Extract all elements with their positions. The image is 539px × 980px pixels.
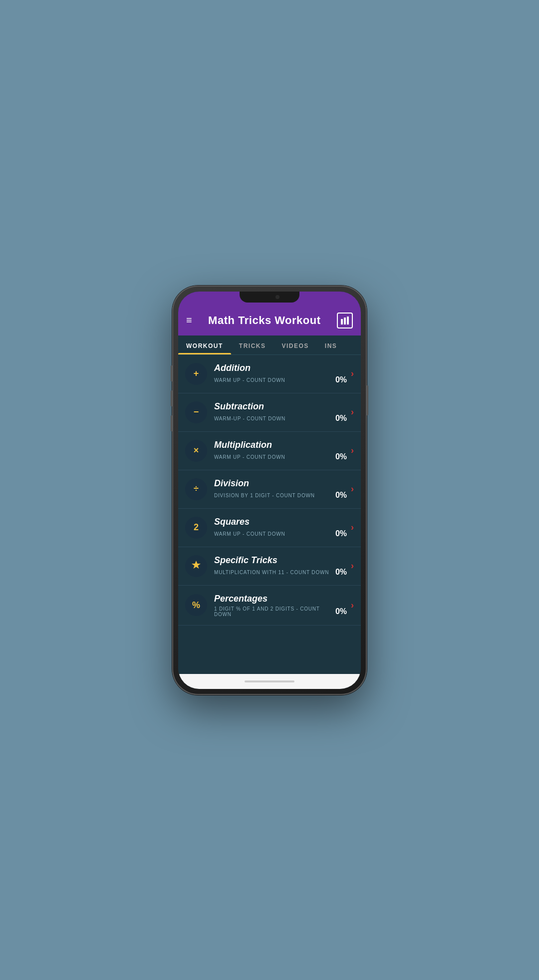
percentages-title: Percentages <box>214 594 351 604</box>
squares-title: Squares <box>214 517 351 527</box>
percentages-subtitle-row: 1 DIGIT % OF 1 AND 2 DIGITS - COUNT DOWN… <box>214 606 351 617</box>
multiplication-subtitle-row: WARM UP - COUNT DOWN 0% <box>214 452 351 461</box>
percentages-content: Percentages 1 DIGIT % OF 1 AND 2 DIGITS … <box>214 594 351 617</box>
workout-item-addition[interactable]: + Addition WARM UP - COUNT DOWN 0% › <box>178 355 361 393</box>
squares-content: Squares WARM UP - COUNT DOWN 0% <box>214 517 351 538</box>
percentages-icon: % <box>192 600 200 611</box>
percentages-chevron: › <box>351 600 354 611</box>
phone-screen: ≡ Math Tricks Workout WORKOUT TRICKS VID… <box>178 292 361 689</box>
svg-rect-0 <box>341 319 343 325</box>
specific-tricks-chevron: › <box>351 561 354 571</box>
tab-workout[interactable]: WORKOUT <box>178 335 231 354</box>
addition-percent: 0% <box>335 375 347 384</box>
specific-tricks-title: Specific Tricks <box>214 555 351 566</box>
percentages-subtitle: 1 DIGIT % OF 1 AND 2 DIGITS - COUNT DOWN <box>214 606 335 617</box>
workout-item-specific-tricks[interactable]: Specific Tricks MULTIPLICATION WITH 11 -… <box>178 547 361 586</box>
subtraction-percent: 0% <box>335 414 347 423</box>
multiplication-icon-circle: × <box>185 440 207 462</box>
addition-content: Addition WARM UP - COUNT DOWN 0% <box>214 363 351 384</box>
percentages-percent: 0% <box>335 607 347 616</box>
subtraction-content: Subtraction WARM-UP - COUNT DOWN 0% <box>214 401 351 423</box>
division-icon-circle: ÷ <box>185 478 207 500</box>
percentages-icon-circle: % <box>185 594 207 616</box>
mute-button[interactable] <box>171 415 172 431</box>
multiplication-icon: × <box>194 445 199 456</box>
workout-item-multiplication[interactable]: × Multiplication WARM UP - COUNT DOWN 0%… <box>178 432 361 470</box>
specific-tricks-icon-circle <box>185 555 207 577</box>
specific-tricks-percent: 0% <box>335 568 347 577</box>
division-chevron: › <box>351 484 354 494</box>
tab-videos[interactable]: VIDEOS <box>274 335 317 354</box>
squares-percent: 0% <box>335 529 347 538</box>
subtraction-subtitle: WARM-UP - COUNT DOWN <box>214 416 335 421</box>
squares-chevron: › <box>351 522 354 533</box>
tab-ins[interactable]: INS <box>317 335 345 354</box>
addition-title: Addition <box>214 363 351 373</box>
specific-tricks-subtitle: MULTIPLICATION WITH 11 - COUNT DOWN <box>214 570 335 575</box>
stats-button[interactable] <box>337 313 353 328</box>
specific-tricks-subtitle-row: MULTIPLICATION WITH 11 - COUNT DOWN 0% <box>214 568 351 577</box>
addition-icon: + <box>194 368 199 379</box>
squares-icon-circle: 2 <box>185 517 207 539</box>
addition-subtitle: WARM UP - COUNT DOWN <box>214 377 335 383</box>
squares-subtitle-row: WARM UP - COUNT DOWN 0% <box>214 529 351 538</box>
workout-item-percentages[interactable]: % Percentages 1 DIGIT % OF 1 AND 2 DIGIT… <box>178 586 361 626</box>
addition-chevron: › <box>351 368 354 379</box>
subtraction-title: Subtraction <box>214 401 351 412</box>
menu-button[interactable]: ≡ <box>186 315 192 326</box>
workout-item-division[interactable]: ÷ Division DIVISION BY 1 DIGIT - COUNT D… <box>178 470 361 509</box>
volume-down-button[interactable] <box>171 390 172 406</box>
addition-subtitle-row: WARM UP - COUNT DOWN 0% <box>214 375 351 384</box>
subtraction-icon-circle: − <box>185 401 207 423</box>
app-title: Math Tricks Workout <box>208 314 320 327</box>
power-button[interactable] <box>367 385 368 415</box>
division-percent: 0% <box>335 491 347 500</box>
division-content: Division DIVISION BY 1 DIGIT - COUNT DOW… <box>214 478 351 500</box>
svg-rect-2 <box>347 317 349 325</box>
subtraction-icon: − <box>194 407 199 417</box>
workout-item-subtraction[interactable]: − Subtraction WARM-UP - COUNT DOWN 0% › <box>178 393 361 432</box>
phone-frame: ≡ Math Tricks Workout WORKOUT TRICKS VID… <box>172 286 367 695</box>
multiplication-percent: 0% <box>335 452 347 461</box>
app-header: ≡ Math Tricks Workout <box>178 308 361 335</box>
volume-up-button[interactable] <box>171 365 172 381</box>
content-area: + Addition WARM UP - COUNT DOWN 0% › − S <box>178 355 361 674</box>
specific-tricks-icon <box>191 560 202 572</box>
addition-icon-circle: + <box>185 363 207 385</box>
subtraction-subtitle-row: WARM-UP - COUNT DOWN 0% <box>214 414 351 423</box>
svg-rect-1 <box>344 318 346 325</box>
tab-tricks[interactable]: TRICKS <box>231 335 274 354</box>
subtraction-chevron: › <box>351 407 354 417</box>
division-icon: ÷ <box>194 484 199 494</box>
notch <box>240 292 299 303</box>
division-subtitle: DIVISION BY 1 DIGIT - COUNT DOWN <box>214 493 335 498</box>
svg-marker-3 <box>192 561 201 569</box>
workout-item-squares[interactable]: 2 Squares WARM UP - COUNT DOWN 0% › <box>178 509 361 547</box>
division-title: Division <box>214 478 351 489</box>
status-bar <box>178 292 361 308</box>
squares-icon: 2 <box>194 522 199 533</box>
multiplication-subtitle: WARM UP - COUNT DOWN <box>214 454 335 460</box>
multiplication-chevron: › <box>351 445 354 456</box>
tabs-bar: WORKOUT TRICKS VIDEOS INS <box>178 335 361 355</box>
squares-subtitle: WARM UP - COUNT DOWN <box>214 531 335 537</box>
division-subtitle-row: DIVISION BY 1 DIGIT - COUNT DOWN 0% <box>214 491 351 500</box>
multiplication-title: Multiplication <box>214 440 351 450</box>
multiplication-content: Multiplication WARM UP - COUNT DOWN 0% <box>214 440 351 461</box>
bottom-bar <box>178 674 361 689</box>
camera <box>275 295 279 299</box>
specific-tricks-content: Specific Tricks MULTIPLICATION WITH 11 -… <box>214 555 351 577</box>
home-indicator <box>245 680 294 682</box>
